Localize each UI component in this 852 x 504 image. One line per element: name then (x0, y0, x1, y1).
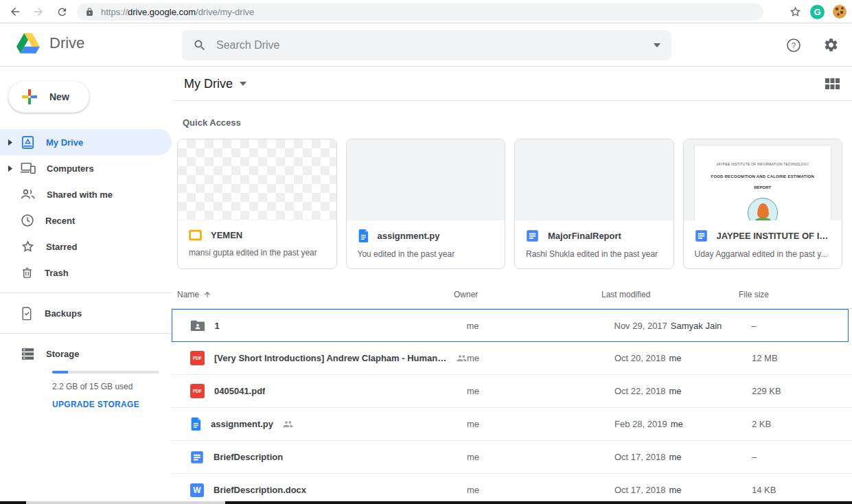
quick-access-label: Quick Access (172, 101, 852, 128)
pdf-icon: PDF (190, 351, 205, 365)
file-name: 1 (215, 321, 220, 331)
search-icon[interactable] (193, 38, 207, 52)
star-icon (21, 240, 35, 254)
page-title: My Drive (184, 77, 233, 91)
file-size: 14 KB (752, 485, 852, 495)
sort-ascending-icon[interactable] (203, 290, 211, 299)
profile-avatar[interactable] (833, 5, 847, 19)
lock-icon[interactable] (85, 8, 94, 16)
help-icon[interactable]: ? (785, 36, 803, 54)
sidebar-divider (0, 333, 172, 334)
sidebar-item-label: Trash (45, 268, 69, 278)
title-caret-icon[interactable] (240, 82, 246, 86)
card-subtitle: Uday Aggarwal edited in the past y... (695, 249, 831, 259)
new-button[interactable]: New (8, 81, 89, 113)
sidebar-item-shared-with-me[interactable]: Shared with me (0, 181, 172, 207)
file-row-briefdescription[interactable]: BriefDescription me Oct 17, 2018me – (172, 441, 852, 474)
expand-caret-icon[interactable] (8, 165, 12, 172)
clock-icon (21, 214, 34, 227)
file-size: 229 KB (752, 386, 852, 396)
preview-line: JAYPEE INSTITUTE OF INFORMATION TECHNOLO… (695, 162, 831, 166)
sidebar-item-recent[interactable]: Recent (0, 207, 172, 233)
quick-access-card-majorfinalreport[interactable]: MajorFinalReport Rashi Shukla edited in … (514, 139, 674, 269)
file-modified: Oct 22, 2018me (614, 386, 752, 396)
file-row-pdf-0405041[interactable]: PDF 0405041.pdf me Oct 22, 2018me 229 KB (172, 375, 852, 408)
card-subtitle: You edited in the past year (358, 249, 494, 259)
grammarly-extension-icon[interactable]: G (810, 5, 825, 19)
svg-text:?: ? (792, 41, 796, 49)
sidebar-item-computers[interactable]: Computers (0, 155, 172, 181)
file-owner: me (467, 353, 614, 363)
search-bar[interactable] (182, 30, 671, 60)
preview-line: REPORT (695, 185, 831, 190)
sidebar-item-starred[interactable]: Starred (0, 233, 172, 260)
card-title: MajorFinalReport (548, 231, 621, 241)
drive-logo[interactable]: Drive (16, 33, 84, 54)
settings-gear-icon[interactable] (822, 36, 840, 54)
card-subtitle: mansi gupta edited in the past year (189, 248, 325, 257)
sidebar-item-label: Starred (46, 242, 78, 252)
trash-icon (21, 266, 34, 279)
search-input[interactable] (216, 39, 654, 51)
app-name: Drive (49, 34, 84, 52)
quick-access-card-yemen[interactable]: YEMEN mansi gupta edited in the past yea… (177, 139, 337, 269)
gdoc-icon (190, 450, 204, 464)
sidebar-item-backups[interactable]: Backups (0, 300, 172, 326)
shared-badge-icon (457, 354, 467, 362)
page-title-dropdown[interactable]: My Drive (184, 77, 246, 91)
back-icon[interactable] (7, 3, 23, 20)
file-row-pdf-clapham[interactable]: PDF [Very Short Introductions] Andrew Cl… (172, 342, 852, 375)
taskbar-edge (0, 501, 852, 504)
sidebar-item-trash[interactable]: Trash (0, 260, 172, 286)
file-name: 0405041.pdf (214, 386, 265, 396)
file-size: 2 KB (752, 419, 852, 429)
shared-people-icon (21, 189, 36, 200)
card-title: YEMEN (211, 230, 242, 240)
url-bar[interactable]: https://drive.google.com/drive/my-drive (77, 3, 763, 21)
sidebar-item-storage[interactable]: Storage (0, 341, 172, 367)
card-title: assignment.py (378, 231, 440, 241)
storage-usage-text: 2.2 GB of 15 GB used (52, 382, 159, 391)
card-thumbnail (347, 139, 505, 220)
file-icon (190, 417, 201, 431)
pdf-icon: PDF (190, 384, 205, 398)
main-content: My Drive Quick Access YEMEN (172, 67, 852, 501)
card-thumbnail: JAYPEE INSTITUTE OF INFORMATION TECHNOLO… (684, 139, 842, 220)
column-header-owner: Owner (454, 290, 601, 299)
search-options-caret-icon[interactable] (654, 43, 660, 47)
sidebar-divider (0, 293, 172, 293)
quick-access-card-assignment[interactable]: assignment.py You edited in the past yea… (346, 139, 506, 269)
taskbar-edge-segment (26, 501, 225, 504)
expand-caret-icon[interactable] (8, 139, 12, 146)
card-title: JAYPEE INSTITUTE OF INF... (717, 231, 831, 241)
backups-icon (21, 306, 34, 321)
card-thumbnail (178, 139, 336, 220)
file-size: – (752, 452, 852, 462)
forward-icon[interactable] (30, 3, 47, 20)
file-owner: me (467, 321, 614, 331)
plus-icon (21, 88, 38, 106)
computers-icon (21, 161, 36, 175)
refresh-icon[interactable] (54, 3, 70, 20)
word-icon: W (190, 483, 204, 497)
sidebar-item-my-drive[interactable]: My Drive (0, 129, 172, 155)
sidebar-item-label: Backups (45, 308, 82, 319)
file-row-briefdescription-docx[interactable]: W BriefDescription.docx me Oct 17, 2018m… (172, 474, 852, 501)
file-name: BriefDescription (214, 452, 283, 462)
grid-view-icon[interactable] (825, 78, 840, 90)
file-row-folder-1[interactable]: 1 me Nov 29, 2017Samyak Jain – (172, 309, 849, 342)
file-modified: Oct 17, 2018me (614, 485, 752, 495)
file-name: assignment.py (211, 419, 273, 429)
file-owner: me (467, 419, 614, 429)
quick-access-card-jaypee-report[interactable]: JAYPEE INSTITUTE OF INFORMATION TECHNOLO… (683, 139, 843, 269)
drive-triangle-icon (16, 33, 40, 54)
new-button-label: New (49, 91, 69, 102)
image-icon (189, 229, 202, 241)
sidebar: New My Drive Computers (0, 67, 172, 501)
bookmark-star-icon[interactable] (789, 5, 802, 19)
column-header-name[interactable]: Name (177, 290, 454, 299)
file-owner: me (467, 452, 614, 462)
upgrade-storage-link[interactable]: UPGRADE STORAGE (52, 400, 159, 409)
file-row-assignment-py[interactable]: assignment.py me Feb 28, 2019me 2 KB (172, 408, 852, 441)
browser-toolbar: https://drive.google.com/drive/my-drive … (0, 0, 852, 23)
